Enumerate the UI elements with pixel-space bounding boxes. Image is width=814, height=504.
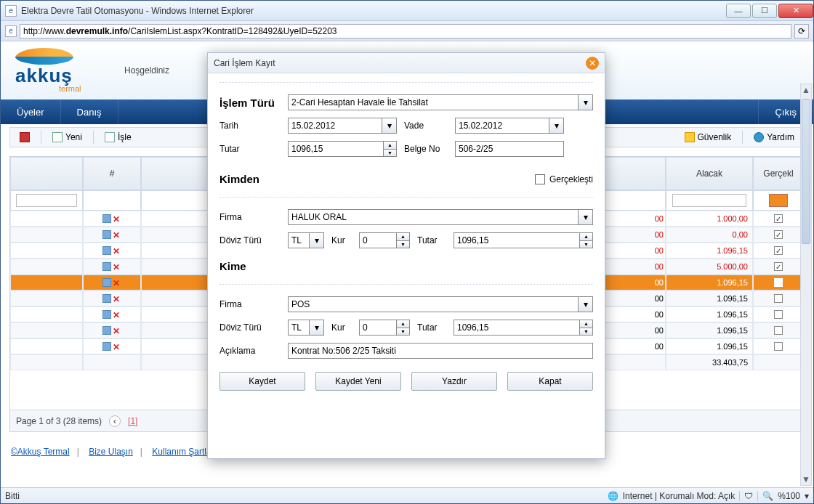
pager-prev[interactable]: ‹ [109,415,121,427]
cell-gercek[interactable] [753,338,804,354]
checkbox-icon[interactable] [774,262,783,271]
checkbox-icon[interactable] [774,294,783,303]
logo-wave-blue [15,57,73,65]
yazdir-button[interactable]: Yazdır [411,372,497,391]
scroll-thumb[interactable] [802,99,810,244]
cell-gercek[interactable] [753,275,804,290]
modal-close-button[interactable]: ✕ [586,57,599,70]
toolbar-yeni[interactable]: Yeni [47,130,87,145]
tarih-field[interactable]: 15.02.2012▾ [288,118,397,134]
kur2-field[interactable]: 0▲▼ [359,320,410,336]
col-alacak[interactable]: Alacak [666,157,753,190]
islem-turu-select[interactable]: 2-Cari Hesaptan Havale İle Tahsilat ▾ [288,94,593,110]
maximize-button[interactable]: ☐ [752,4,777,18]
checkbox-icon[interactable] [774,342,783,351]
cell-gercek[interactable] [753,290,804,306]
cell-gercek[interactable] [753,306,804,322]
modal-body: İşlem Türü 2-Cari Hesaptan Havale İle Ta… [208,73,605,399]
spinner-icon[interactable]: ▲▼ [383,142,396,156]
scroll-down-icon[interactable]: ▼ [801,473,811,485]
aciklama-field[interactable]: Kontrat No:506 2/25 Taksiti [288,343,593,359]
edit-icon[interactable] [102,262,111,271]
tutar2-field[interactable]: 1096,15▲▼ [454,232,593,248]
delete-icon[interactable]: ✕ [113,278,121,287]
edit-icon[interactable] [102,326,111,335]
cell-blank [10,290,83,306]
checkbox-icon[interactable] [774,278,783,287]
status-zoom[interactable]: %100 [778,491,800,501]
footer-akkus[interactable]: ©Akkuş Termal [11,447,70,457]
doviz1-select[interactable]: TL▾ [288,232,324,248]
cell-gercek[interactable] [753,322,804,338]
toolbar-isle[interactable]: İşle [100,130,137,145]
delete-icon[interactable]: ✕ [113,230,121,239]
vade-field[interactable]: 15.02.2012▾ [455,118,564,134]
filter-swatch[interactable] [769,194,788,207]
firma2-select[interactable]: POS▾ [288,296,593,312]
col-num[interactable]: # [83,157,141,190]
nav-uyeler[interactable]: Üyeler [1,99,61,124]
doviz2-label: Döviz Türü [219,322,281,333]
cell-gercek[interactable] [753,354,804,370]
close-window-button[interactable]: ✕ [778,4,813,18]
footer-bize[interactable]: Bize Ulaşın [89,447,133,457]
minimize-button[interactable]: — [726,4,751,18]
spinner-icon[interactable]: ▲▼ [579,320,592,335]
delete-icon[interactable]: ✕ [113,246,121,255]
tarih-value: 15.02.2012 [291,121,335,131]
nav-danis[interactable]: Danış [61,99,118,124]
checkbox-icon[interactable] [774,326,783,335]
edit-icon[interactable] [102,214,111,223]
delete-icon[interactable]: ✕ [113,214,121,223]
refresh-icon[interactable]: ⟳ [794,24,809,38]
edit-icon[interactable] [102,342,111,351]
kur2-label: Kur [331,322,352,333]
tutar3-value: 1096,15 [457,322,488,333]
tutar3-field[interactable]: 1096,15▲▼ [454,320,593,336]
delete-icon[interactable]: ✕ [113,310,121,319]
toolbar-book[interactable] [15,130,35,145]
checkbox-icon[interactable] [774,214,783,223]
zoom-chevron-icon[interactable]: ▾ [805,491,809,501]
edit-icon[interactable] [102,278,111,287]
delete-icon[interactable]: ✕ [113,294,121,303]
gerceklesti-check[interactable]: Gerçekleşti [535,174,593,184]
kaydet-button[interactable]: Kaydet [219,372,305,391]
cell-gercek[interactable] [753,259,804,275]
checkbox-icon[interactable] [774,310,783,319]
firma1-select[interactable]: HALUK ORAL▾ [288,209,593,225]
belge-field[interactable]: 506-2/25 [455,141,564,157]
delete-icon[interactable]: ✕ [113,342,121,351]
edit-icon[interactable] [102,230,111,239]
page-scrollbar[interactable]: ▲ ▼ [800,84,812,486]
edit-icon[interactable] [102,246,111,255]
doviz2-select[interactable]: TL▾ [288,320,324,336]
spinner-icon[interactable]: ▲▼ [396,233,409,248]
spinner-icon[interactable]: ▲▼ [579,233,592,248]
cell-gercek[interactable] [753,211,804,227]
delete-icon[interactable]: ✕ [113,262,121,271]
firma2-label: Firma [219,299,281,309]
checkbox-icon[interactable] [774,230,783,239]
filter-alacak-input[interactable] [672,194,747,207]
spinner-icon[interactable]: ▲▼ [396,320,409,335]
checkbox-icon[interactable] [774,246,783,255]
page-favicon: e [5,25,17,37]
toolbar-yardim[interactable]: Yardım [749,130,799,145]
cell-gercek[interactable] [753,227,804,243]
url-field[interactable]: http://www.devremulk.info/CariIslemList.… [20,24,791,38]
zoom-icon[interactable]: 🔍 [762,491,773,501]
toolbar-guvenlik[interactable]: Güvenlik [680,130,737,145]
edit-icon[interactable] [102,294,111,303]
filter-input-1[interactable] [16,194,78,207]
kur1-field[interactable]: 0▲▼ [359,232,410,248]
pager-current[interactable]: [1] [128,416,137,426]
kaydet-yeni-button[interactable]: Kaydet Yeni [315,372,401,391]
kapat-button[interactable]: Kapat [507,372,593,391]
delete-icon[interactable]: ✕ [113,326,121,335]
tutar-field[interactable]: 1096,15▲▼ [288,141,397,157]
scroll-up-icon[interactable]: ▲ [801,84,811,96]
cell-gercek[interactable] [753,243,804,259]
col-gercek[interactable]: Gerçekl [753,157,804,190]
edit-icon[interactable] [102,310,111,319]
